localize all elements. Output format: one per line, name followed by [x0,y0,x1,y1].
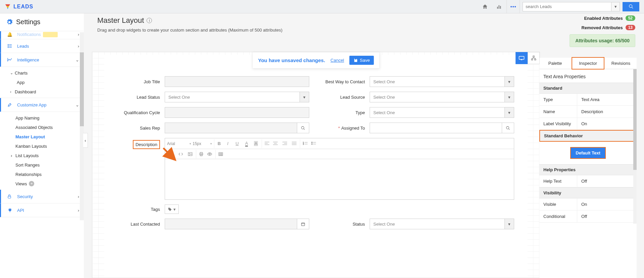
sidebar-scrollbar[interactable] [80,32,84,220]
search-dropdown-toggle[interactable]: ▾ [611,2,620,11]
print-button[interactable] [196,150,205,158]
search-icon[interactable] [297,123,309,133]
section-standard[interactable]: Standard [539,83,637,94]
sub-kanban-layouts[interactable]: Kanban Layouts [15,141,84,151]
sidebar-sub-charts[interactable]: ⌄Charts [10,68,84,78]
sub-master-layout[interactable]: Master Layout [15,132,84,141]
sub-app-naming[interactable]: App Naming [15,113,84,123]
tab-revisions[interactable]: Revisions [605,58,637,69]
rte-content-area[interactable] [165,159,514,199]
search-wrap: ▾ [523,2,639,11]
tree-view-button[interactable] [528,52,540,64]
settings-heading: Settings [0,13,84,31]
date-input[interactable] [165,219,309,229]
info-icon[interactable]: i [147,18,152,23]
align-justify-button[interactable] [290,139,299,148]
highlight-button[interactable]: A [252,139,260,148]
font-size-select[interactable]: 15px [193,140,213,147]
field-sales-rep[interactable]: Sales Rep [118,123,309,133]
tab-palette[interactable]: Palette [539,58,571,69]
field-best-way-contact[interactable]: Best Way to Contact Select One▾ [323,76,514,87]
search-button[interactable] [623,2,639,11]
enabled-attributes-row: Enabled Attributes 52 [570,13,635,23]
lookup-input[interactable] [165,123,309,133]
ordered-list-button[interactable]: 12 [300,139,309,148]
tab-inspector[interactable]: Inspector [572,57,604,70]
search-input[interactable] [523,2,611,11]
code-button[interactable] [176,150,185,158]
svg-point-25 [302,126,304,129]
sub-relationships[interactable]: Relationships [15,170,84,179]
cancel-link[interactable]: Cancel [330,58,344,63]
sub-associated-objects[interactable]: Associated Objects [15,123,84,132]
text-input[interactable] [165,76,309,87]
home-icon[interactable] [478,0,492,13]
search-icon[interactable] [502,123,514,133]
preview-button[interactable] [205,150,214,158]
select-input[interactable]: Select One▾ [370,219,514,229]
field-lead-source[interactable]: Lead Source Select One▾ [323,92,514,102]
field-description[interactable]: Description Arial 15px B I U A A [118,138,514,200]
field-label: Tags [118,207,165,212]
align-left-button[interactable] [262,139,270,148]
sub-label: Sort Ranges [15,163,40,168]
image-button[interactable] [186,150,195,158]
plus-icon[interactable]: + [29,181,34,186]
field-status[interactable]: Status Select One▾ [323,219,514,229]
unordered-list-button[interactable] [309,139,318,148]
sidebar-item-security[interactable]: Security › [0,190,84,203]
field-last-contacted[interactable]: Last Contacted [118,219,309,229]
calendar-icon[interactable] [297,219,309,229]
font-family-select[interactable]: Arial [167,140,192,147]
fontcolor-button[interactable]: A [242,139,251,148]
customize-submenu: App Naming Associated Objects Master Lay… [0,112,84,190]
field-tags[interactable]: Tags ▾ [118,204,514,214]
chart-icon[interactable] [492,0,506,13]
default-text-button[interactable]: Default Text [570,147,605,159]
link-button[interactable] [167,150,176,158]
bold-button[interactable]: B [214,139,223,148]
select-input[interactable]: Select One▾ [370,92,514,102]
page-title: Master Layout i [97,16,631,25]
field-assigned-to[interactable]: *Assigned To [323,123,514,133]
svg-rect-13 [9,47,12,47]
select-input[interactable]: Select One▾ [370,107,514,118]
field-qualification-cycle[interactable]: Qualification Cycle [118,107,309,118]
desktop-view-button[interactable] [516,52,528,64]
select-input[interactable]: Select One▾ [165,92,309,102]
field-type[interactable]: Type Select One▾ [323,107,514,118]
tags-button[interactable]: ▾ [165,204,179,214]
sub-sort-ranges[interactable]: Sort Ranges [15,160,84,170]
prop-visible: VisibleOn [539,198,637,211]
table-button[interactable] [215,150,224,158]
text-input[interactable] [165,107,309,118]
more-icon[interactable] [506,0,520,13]
field-job-title[interactable]: Job Title [118,76,309,87]
sidebar-item-intelligence[interactable]: Intelligence ⌄ [0,53,84,67]
save-button[interactable]: Save [350,56,374,65]
sidebar-item-leads[interactable]: Leads › [0,39,84,53]
gear-icon [6,19,13,26]
section-visibility[interactable]: Visibility [539,187,637,198]
sidebar-item-customize-app[interactable]: Customize App ⌄ [0,98,84,112]
inspector-scrollbar[interactable] [633,69,637,224]
align-center-button[interactable] [271,139,280,148]
richtext-editor[interactable]: Arial 15px B I U A A 12 [165,138,514,200]
select-input[interactable]: Select One▾ [370,76,514,87]
lookup-input[interactable] [370,123,514,133]
view-toggle [516,52,540,64]
sidebar-item-api[interactable]: API › [0,203,84,217]
italic-button[interactable]: I [223,139,232,148]
sidebar-sub-app[interactable]: App [10,78,84,87]
underline-button[interactable]: U [233,139,241,148]
section-standard-behavior[interactable]: Standard Behavior [539,130,637,142]
section-help-properties[interactable]: Help Properties [539,164,637,175]
align-right-button[interactable] [280,139,289,148]
sub-views[interactable]: Views+ [15,179,84,188]
sidebar-sub-dashboard[interactable]: ›Dashboard [10,87,84,96]
form-panel: Job Title Best Way to Contact Select One… [104,55,528,278]
sidebar-item-notifications[interactable]: 🔔 Notifications › [0,31,84,39]
save-label: Save [360,58,370,63]
sub-list-layouts[interactable]: ›List Layouts [15,151,84,160]
field-lead-status[interactable]: Lead Status Select One▾ [118,92,309,102]
